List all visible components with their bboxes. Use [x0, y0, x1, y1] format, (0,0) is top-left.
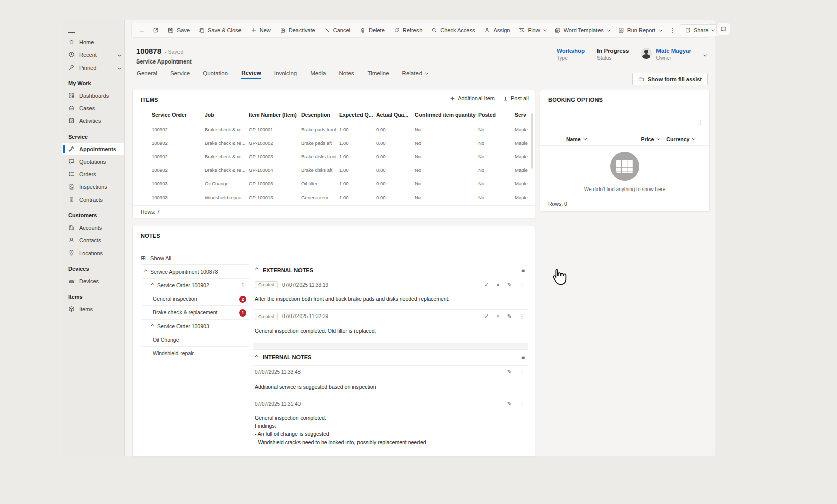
new-button[interactable]: New	[246, 24, 275, 36]
reject-icon[interactable]: ×	[496, 313, 499, 320]
chevron-down-icon[interactable]	[117, 65, 120, 71]
col-service-order[interactable]: Service Order	[152, 112, 205, 118]
tree-item-brake-check[interactable]: Brake check & replacement 1	[141, 306, 249, 320]
col-description[interactable]: Description	[301, 112, 339, 118]
list-view-icon[interactable]: ≡	[521, 267, 528, 274]
sidebar-item-cases[interactable]: Cases	[62, 102, 124, 114]
col-actual-qty[interactable]: Actual Qua...	[376, 112, 415, 118]
field-status[interactable]: In Progress Status	[597, 48, 629, 61]
tree-item-service-order-100903[interactable]: Service Order 100903	[141, 320, 249, 333]
chevron-up-icon[interactable]	[151, 283, 154, 286]
table-row[interactable]: 100902Brake check & re...GP-100004Brake …	[133, 163, 535, 177]
approve-icon[interactable]: ✓	[484, 313, 489, 320]
booking-more-icon[interactable]: ⋮	[697, 119, 703, 127]
assign-button[interactable]: Assign	[480, 24, 514, 36]
sidebar-item-appointments[interactable]: Appointments	[62, 143, 124, 155]
sidebar-item-dashboards[interactable]: Dashboards	[62, 89, 124, 102]
sidebar-item-recent[interactable]: Recent	[62, 48, 124, 61]
field-type[interactable]: Workshop Type	[557, 48, 585, 61]
edit-icon[interactable]: ✎	[507, 282, 512, 288]
sidebar-item-devices[interactable]: Devices	[62, 275, 124, 287]
col-currency[interactable]: Currency	[666, 136, 694, 142]
col-job[interactable]: Job	[205, 112, 249, 118]
tree-item-service-appointment[interactable]: Service Appointment 100878	[141, 265, 249, 279]
items-scrollbar[interactable]	[531, 113, 533, 169]
sidebar-item-inspections[interactable]: Inspections	[62, 180, 124, 193]
tab-invoicing[interactable]: Invoicing	[274, 70, 297, 79]
field-type-value[interactable]: Workshop	[557, 48, 585, 54]
word-templates-button[interactable]: Word Templates	[550, 24, 614, 36]
share-button[interactable]: Share	[680, 24, 719, 36]
back-icon[interactable]: ←	[136, 27, 148, 34]
table-row[interactable]: 100902Brake check & re...GP-100001Brake …	[133, 122, 535, 136]
more-icon[interactable]: ⋮	[519, 401, 525, 407]
sidebar-item-accounts[interactable]: Accounts	[62, 221, 124, 234]
more-icon[interactable]: ⋮	[519, 369, 525, 375]
table-row[interactable]: 100902Brake check & re...GP-100002Brake …	[133, 136, 535, 150]
more-icon[interactable]: ⋮	[519, 313, 525, 320]
table-row[interactable]: 100903Oil ChangeGP-100006Oil filter1.000…	[133, 177, 535, 191]
internal-notes-header[interactable]: INTERNAL NOTES ≡	[253, 349, 528, 365]
sidebar-item-locations[interactable]: Locations	[62, 246, 124, 259]
chevron-up-icon[interactable]	[144, 269, 147, 273]
reject-icon[interactable]: ×	[496, 282, 499, 288]
show-all-button[interactable]: ⊞ Show All	[141, 251, 249, 265]
deactivate-button[interactable]: Deactivate	[275, 24, 320, 36]
sidebar-item-items[interactable]: Items	[62, 303, 124, 316]
cancel-button[interactable]: Cancel	[320, 24, 355, 36]
sidebar-item-activities[interactable]: Activities	[62, 114, 124, 127]
tree-item-service-order-100902[interactable]: Service Order 100902 1	[141, 279, 249, 292]
sidebar-item-contacts[interactable]: Contacts	[62, 234, 124, 246]
header-expand-chevron-icon[interactable]	[703, 50, 706, 59]
col-item-number[interactable]: Item Number (Item)	[249, 112, 301, 118]
more-icon[interactable]: ⋮	[519, 282, 525, 288]
flow-button[interactable]: Flow	[514, 24, 550, 36]
post-all-button[interactable]: Post all	[503, 95, 529, 101]
tab-service[interactable]: Service	[170, 70, 190, 79]
copilot-chat-button[interactable]	[716, 23, 730, 35]
sidebar-item-contracts[interactable]: Contracts	[62, 193, 124, 206]
more-commands-icon[interactable]: ⋮	[666, 27, 680, 34]
field-owner[interactable]: Máté Magyar Owner	[641, 48, 691, 61]
list-view-icon[interactable]: ≡	[521, 354, 528, 361]
chevron-up-icon[interactable]	[151, 324, 154, 327]
sidebar-item-home[interactable]: Home	[62, 36, 124, 48]
save-and-close-button[interactable]: Save & Close	[194, 24, 246, 36]
edit-icon[interactable]: ✎	[507, 401, 512, 407]
col-confirmed-qty[interactable]: Confirmed item quantity	[415, 112, 478, 118]
col-name[interactable]: Name	[566, 136, 586, 142]
edit-icon[interactable]: ✎	[507, 313, 512, 320]
tab-general[interactable]: General	[137, 70, 157, 79]
save-button[interactable]: Save	[163, 24, 194, 36]
tree-item-windshield-repair[interactable]: Windshield repair	[141, 347, 249, 360]
sidebar-item-orders[interactable]: Orders	[62, 168, 124, 180]
additional-item-button[interactable]: Additional Item	[450, 95, 495, 101]
col-price[interactable]: Price	[641, 136, 660, 142]
run-report-button[interactable]: Run Report	[614, 24, 666, 36]
tree-item-general-inspection[interactable]: General inspection 2	[141, 292, 249, 306]
approve-icon[interactable]: ✓	[484, 282, 489, 288]
refresh-button[interactable]: Refresh	[389, 24, 427, 36]
chevron-down-icon[interactable]	[117, 52, 120, 58]
chevron-up-icon[interactable]	[255, 268, 258, 271]
field-owner-value[interactable]: Máté Magyar	[656, 48, 691, 54]
col-expected-qty[interactable]: Expected Q...	[339, 112, 376, 118]
delete-button[interactable]: Delete	[355, 24, 389, 36]
sidebar-item-pinned[interactable]: Pinned	[62, 61, 124, 74]
menu-toggle-icon[interactable]	[62, 20, 124, 36]
tab-timeline[interactable]: Timeline	[368, 70, 389, 79]
table-row[interactable]: 100903Windshield repairGP-100013Generic …	[133, 191, 535, 204]
chevron-up-icon[interactable]	[255, 355, 258, 358]
sidebar-item-quotations[interactable]: Quotations	[62, 155, 124, 168]
tree-item-oil-change[interactable]: Oil Change	[141, 333, 249, 347]
external-notes-header[interactable]: EXTERNAL NOTES ≡	[253, 262, 528, 278]
popout-button[interactable]	[148, 24, 163, 36]
tab-quotation[interactable]: Quotation	[203, 70, 228, 79]
edit-icon[interactable]: ✎	[507, 369, 512, 375]
tab-notes[interactable]: Notes	[339, 70, 354, 79]
show-form-fill-assist-button[interactable]: Show form fill assist	[632, 73, 708, 85]
tab-related[interactable]: Related	[402, 70, 428, 79]
tab-media[interactable]: Media	[310, 70, 326, 79]
check-access-button[interactable]: Check Access	[427, 24, 480, 36]
table-row[interactable]: 100902Brake check & re...GP-100003Brake …	[133, 150, 535, 163]
